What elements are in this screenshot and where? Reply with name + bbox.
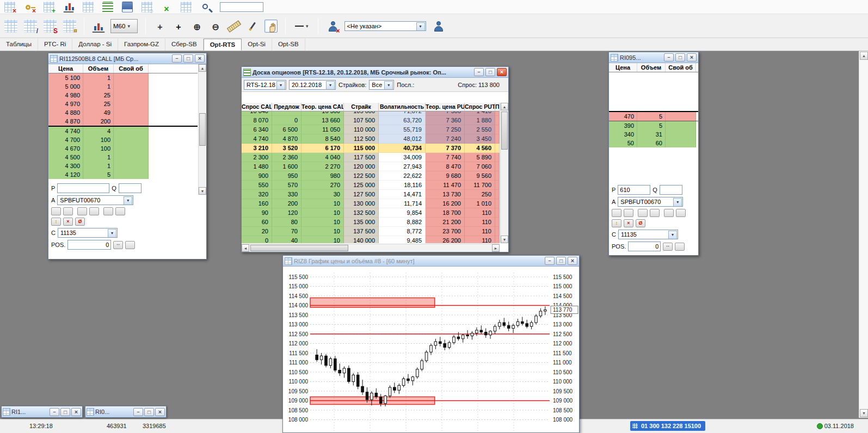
- titlebar[interactable]: RI095...: [609, 52, 698, 63]
- scroll-up-icon[interactable]: ▲: [199, 64, 206, 72]
- titlebar[interactable]: Доска опционов [RTS-12.18, 20.12.2018, М…: [242, 67, 508, 78]
- scroll-thumb[interactable]: [501, 112, 508, 150]
- options-row-strike-127500[interactable]: 32033030127 50014,47113 730250: [242, 190, 500, 199]
- delete-table-icon[interactable]: ×: [4, 2, 15, 13]
- close-button[interactable]: [687, 53, 697, 61]
- minimized-window-1[interactable]: RI1...: [1, 406, 83, 418]
- cancel-order-button[interactable]: [624, 219, 633, 227]
- scroll-up-icon[interactable]: ▲: [860, 52, 868, 60]
- close-button[interactable]: [497, 68, 507, 76]
- close-button[interactable]: [155, 408, 165, 416]
- price-input[interactable]: [57, 183, 109, 193]
- options-row-strike-122500[interactable]: 900950980122 50022,6229 6809 560: [242, 171, 500, 181]
- client-icon[interactable]: [432, 20, 445, 33]
- options-row-strike-132500[interactable]: 9012010132 5009,85418 700110: [242, 208, 500, 218]
- stop-orders-icon[interactable]: S: [44, 20, 57, 33]
- price-input[interactable]: [618, 185, 650, 195]
- list-icon[interactable]: [102, 2, 113, 13]
- stop-order-button[interactable]: [89, 207, 99, 215]
- minimize-button[interactable]: [664, 53, 674, 61]
- maximize-button[interactable]: [675, 53, 685, 61]
- bid-row[interactable]: 5060: [609, 139, 698, 147]
- orderbook-scrollbar[interactable]: ▲ ▼: [198, 64, 206, 195]
- options-row-strike-107500[interactable]: 8 070013 660107 50063,7207 3601 880: [242, 116, 500, 125]
- scroll-left-icon[interactable]: ◄: [242, 244, 249, 252]
- tab-ртс-ri[interactable]: РТС- Ri: [38, 39, 72, 51]
- scroll-down-icon[interactable]: ▼: [860, 409, 868, 417]
- add-table-icon[interactable]: +: [44, 2, 54, 13]
- close-button[interactable]: [568, 257, 577, 265]
- options-row-strike-130000[interactable]: 16020010130 00011,71416 2001 010: [242, 199, 500, 208]
- qty-input[interactable]: [119, 183, 141, 193]
- tab-газпром-gz[interactable]: Газпром-GZ: [118, 39, 165, 51]
- bar-chart-icon[interactable]: [63, 2, 74, 13]
- options-row-strike-105000[interactable]: 10 04016 300105 00071,8727 5001 410: [242, 112, 500, 116]
- options-hscrollbar[interactable]: ◄ ►: [242, 244, 500, 252]
- key-cancel-icon[interactable]: ×: [24, 2, 35, 13]
- hand-tool-icon[interactable]: [264, 20, 278, 33]
- options-row-strike-137500[interactable]: 207010137 5008,77223 700110: [242, 227, 500, 236]
- search-table-icon[interactable]: ◌: [141, 2, 152, 13]
- maximize-button[interactable]: [144, 408, 154, 416]
- options-vscrollbar[interactable]: ▲ ▼: [500, 103, 508, 243]
- buy-button[interactable]: [612, 209, 621, 217]
- bid-row[interactable]: 4 3001: [48, 162, 198, 170]
- scroll-thumb[interactable]: [250, 245, 348, 251]
- scroll-right-icon[interactable]: ►: [492, 244, 500, 252]
- position-extra-button[interactable]: [675, 243, 685, 251]
- account-select[interactable]: SPBFUT00670: [618, 197, 683, 207]
- chart-area[interactable]: 115 500115 500115 000115 000114 500114 5…: [283, 267, 579, 432]
- grid-icon[interactable]: [83, 2, 94, 13]
- magnifier-icon[interactable]: [200, 2, 211, 13]
- position-input[interactable]: [67, 240, 111, 250]
- line-tool-icon[interactable]: [293, 22, 310, 30]
- options-row-strike-135000[interactable]: 608010135 0008,88221 200110: [242, 218, 500, 227]
- position-input[interactable]: [628, 242, 661, 251]
- order-button[interactable]: [77, 207, 87, 215]
- ask-row[interactable]: 5 1001: [48, 73, 198, 82]
- ask-row[interactable]: 4705: [609, 112, 698, 121]
- expiry-select[interactable]: 20.12.2018: [289, 80, 336, 90]
- tab-сбер-sb[interactable]: Сбер-SB: [165, 39, 204, 51]
- options-row-strike-120000[interactable]: 1 4801 6002 270120 00027,9438 4707 060: [242, 162, 500, 171]
- book-settings-button[interactable]: [664, 209, 674, 217]
- minimized-window-2[interactable]: RI0...: [85, 406, 167, 418]
- bid-row[interactable]: 4 700100: [48, 135, 198, 144]
- strikes-select[interactable]: Все: [369, 80, 394, 90]
- table-icon[interactable]: [181, 2, 192, 13]
- restore-button[interactable]: [50, 408, 59, 416]
- tab-opt-rts[interactable]: Opt-RTS: [204, 39, 242, 51]
- scroll-thumb[interactable]: [199, 113, 206, 146]
- edit-table-icon[interactable]: /: [24, 20, 37, 33]
- client-code-select[interactable]: 11135: [618, 230, 678, 239]
- ask-row[interactable]: 5 0001: [48, 82, 198, 91]
- options-row-strike-112500[interactable]: 4 7404 8708 540112 50048,0127 2403 450: [242, 134, 500, 144]
- options-row-strike-125000[interactable]: 550570270125 00018,11611 47011 700: [242, 181, 500, 190]
- maximize-button[interactable]: [60, 408, 70, 416]
- zoom-out-icon[interactable]: ⊖: [209, 20, 222, 33]
- stop-order-button[interactable]: [650, 209, 660, 217]
- close-button[interactable]: [195, 54, 205, 63]
- quotes-table-icon[interactable]: [4, 20, 17, 33]
- replace-order-button[interactable]: [51, 218, 61, 226]
- cancel-all-button[interactable]: [636, 219, 645, 227]
- toolbar-search-input[interactable]: [220, 2, 263, 12]
- pen-tool-icon[interactable]: [246, 20, 259, 33]
- client-delete-icon[interactable]: ×: [326, 20, 339, 33]
- qty-input[interactable]: [660, 185, 682, 195]
- minimize-button[interactable]: [172, 54, 182, 63]
- tab-opt-si[interactable]: Opt-Si: [242, 39, 272, 51]
- bid-row[interactable]: 4 670100: [48, 144, 198, 153]
- move-tool-icon[interactable]: +: [172, 20, 185, 33]
- buy-button[interactable]: [51, 207, 61, 215]
- position-more-button[interactable]: [113, 241, 123, 249]
- maximize-button[interactable]: [183, 54, 193, 63]
- ask-row[interactable]: 4 870200: [48, 117, 198, 126]
- bid-row[interactable]: 4 5001: [48, 153, 198, 162]
- close-button[interactable]: [71, 408, 81, 416]
- bid-row[interactable]: 4 7404: [48, 127, 198, 135]
- ask-row[interactable]: 4 98025: [48, 91, 198, 100]
- zoom-in-icon[interactable]: ⊕: [190, 20, 204, 33]
- account-select[interactable]: SPBFUT00670: [57, 195, 133, 205]
- options-row-strike-110000[interactable]: 6 3406 50011 050110 00055,7197 2502 550: [242, 125, 500, 134]
